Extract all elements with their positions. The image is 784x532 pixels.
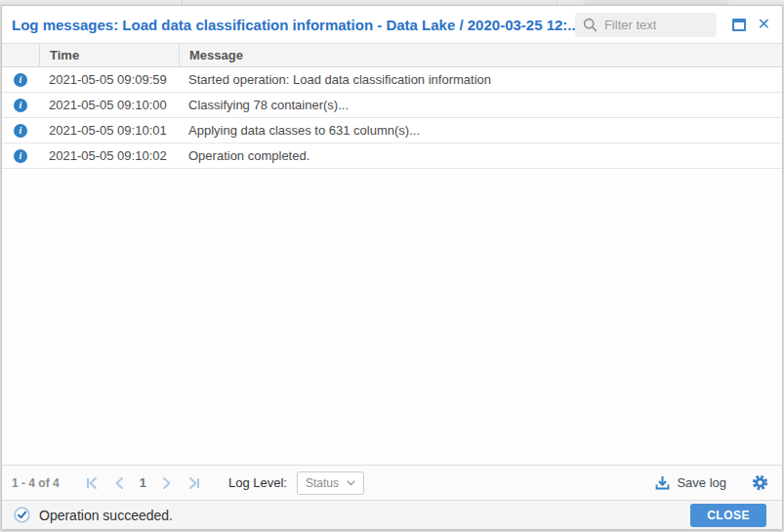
table-row[interactable]: i 2021-05-05 09:10:01 Applying data clas… — [2, 118, 782, 143]
current-page-number: 1 — [140, 475, 146, 490]
success-check-icon — [14, 507, 30, 523]
first-page-button[interactable] — [85, 476, 99, 490]
first-page-icon — [85, 476, 99, 490]
save-log-button[interactable]: Save log — [655, 475, 726, 491]
download-icon — [655, 475, 670, 491]
log-level-dropdown[interactable]: Status — [297, 471, 364, 495]
settings-button[interactable] — [752, 474, 768, 491]
chevron-left-icon — [113, 476, 125, 490]
log-level-label: Log Level: — [228, 475, 287, 490]
icon-cell: i — [2, 73, 39, 87]
message-cell: Classifying 78 container(s)... — [179, 98, 782, 112]
table-row[interactable]: i 2021-05-05 09:09:59 Started operation:… — [2, 67, 782, 93]
log-level-group: Log Level: Status — [228, 471, 364, 495]
search-icon — [583, 18, 598, 32]
close-button[interactable]: CLOSE — [690, 504, 766, 527]
last-page-button[interactable] — [187, 476, 201, 490]
table-row[interactable]: i 2021-05-05 09:10:02 Operation complete… — [2, 143, 782, 169]
log-level-value: Status — [306, 476, 339, 490]
save-log-label: Save log — [677, 475, 726, 490]
icon-cell: i — [2, 99, 39, 112]
chevron-down-icon — [347, 480, 355, 486]
time-cell: 2021-05-05 09:10:00 — [39, 98, 179, 112]
toolbar: 1 - 4 of 4 1 — [2, 465, 782, 500]
message-cell: Operation completed. — [179, 148, 782, 163]
info-icon: i — [14, 73, 27, 87]
gear-icon — [752, 474, 768, 491]
status-message: Operation succeeded. — [39, 508, 173, 523]
table-header: Time Message — [2, 43, 782, 67]
filter-box — [575, 13, 717, 37]
time-cell: 2021-05-05 09:10:01 — [39, 123, 179, 138]
icon-cell: i — [2, 149, 39, 163]
log-messages-dialog: Log messages: Load data classification i… — [1, 5, 783, 530]
icon-cell: i — [2, 124, 39, 138]
message-cell: Applying data classes to 631 column(s)..… — [179, 123, 782, 138]
chevron-right-icon — [161, 476, 173, 490]
next-page-button[interactable] — [161, 476, 173, 490]
dialog-header: Log messages: Load data classification i… — [2, 6, 782, 43]
column-header-icon[interactable] — [2, 44, 39, 66]
previous-page-button[interactable] — [113, 476, 125, 490]
column-header-time[interactable]: Time — [39, 44, 179, 66]
column-header-message[interactable]: Message — [179, 44, 782, 66]
time-cell: 2021-05-05 09:10:02 — [39, 148, 179, 163]
last-page-icon — [187, 476, 201, 490]
table-empty-area — [2, 169, 782, 465]
info-icon: i — [14, 149, 27, 163]
footer: Operation succeeded. CLOSE — [2, 500, 782, 529]
close-icon[interactable]: ✕ — [758, 17, 770, 32]
info-icon: i — [14, 124, 27, 138]
maximize-icon[interactable] — [732, 19, 746, 31]
pager: 1 — [85, 475, 201, 490]
pagination-range-label: 1 - 4 of 4 — [12, 476, 60, 490]
info-icon: i — [14, 99, 27, 112]
dialog-title: Log messages: Load data classification i… — [12, 17, 575, 33]
message-cell: Started operation: Load data classificat… — [179, 72, 782, 87]
time-cell: 2021-05-05 09:09:59 — [39, 72, 179, 87]
table-row[interactable]: i 2021-05-05 09:10:00 Classifying 78 con… — [2, 93, 782, 118]
